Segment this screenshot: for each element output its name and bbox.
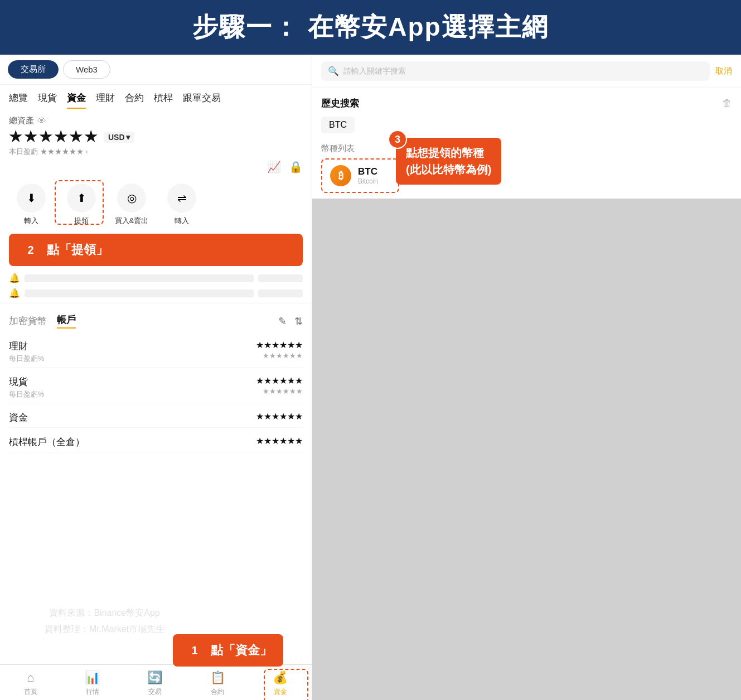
acc-sub-spot: 每日盈虧% [9, 389, 45, 399]
chevron-right-icon: › [85, 147, 88, 156]
currency-list-title: 幣種列表 [321, 143, 732, 154]
account-rows: 資料來源：Binance幣安App 資料整理：Mr.Market市場先生 理財 … [0, 332, 312, 664]
delete-history-icon[interactable]: 🗑 [722, 98, 732, 109]
chart-icon[interactable]: 📈 [267, 160, 281, 173]
convert-btn[interactable]: ⇌ 轉入 [159, 184, 204, 226]
bottom-nav: ⌂ 首頁 📊 行情 🔄 交易 📋 合約 💰 資金 [0, 664, 312, 700]
nav-futures[interactable]: 合約 [125, 91, 144, 109]
acc-name-finance: 理財 [9, 340, 45, 353]
transfer-in-icon: ⬇ [17, 184, 46, 213]
placeholder-area [312, 199, 741, 700]
acc-name-funds: 資金 [9, 411, 28, 424]
watermark: 資料來源：Binance幣安App 資料整理：Mr.Market市場先生 [45, 605, 164, 638]
assets-value: ★★★★★★ USD ▾ [9, 128, 303, 146]
acc-sub-finance: 每日盈虧% [9, 354, 45, 364]
acc-val-finance: ★★★★★★ [256, 340, 303, 350]
accounts-tabs: 加密貨幣 帳戶 ✎ ⇅ [0, 303, 312, 332]
acc-subval-finance: ★★★★★★ [256, 351, 303, 360]
nav-contracts-label: 合約 [211, 687, 224, 697]
transfer-in-btn[interactable]: ⬇ 轉入 [9, 184, 54, 226]
btc-name: Bitcoin [358, 177, 378, 185]
daily-pnl: 本日盈虧 ★★★★★★ › [9, 147, 303, 157]
nav-market[interactable]: 📊 行情 [85, 670, 100, 697]
nav-copy-trade[interactable]: 跟單交易 [183, 91, 221, 109]
withdraw-highlight [55, 180, 104, 225]
right-panel: 🔍 請輸入關鍵字搜索 取消 歷史搜索 🗑 BTC 幣種列表 ₿ BTC Bitc… [312, 55, 741, 700]
search-input-wrap[interactable]: 🔍 請輸入關鍵字搜索 [321, 61, 710, 81]
history-btc-tag[interactable]: BTC [321, 117, 355, 133]
tab-account[interactable]: 帳戶 [57, 313, 76, 329]
callout3-text: 點想提領的幣種 (此以比特幣為例) [406, 147, 491, 176]
account-row-perpetual: 槓桿帳戶（全倉） ★★★★★★ [9, 428, 303, 452]
acc-name-perpetual: 槓桿帳戶（全倉） [9, 436, 85, 448]
account-row-finance: 理財 每日盈虧% ★★★★★★ ★★★★★★ [9, 332, 303, 368]
notif-item-1: 🔔 [9, 273, 303, 283]
acc-val-spot: ★★★★★★ [256, 375, 303, 386]
currency-badge[interactable]: USD ▾ [104, 132, 134, 143]
settings-icon[interactable]: 🔒 [289, 160, 303, 173]
account-row-funds: 資金 ★★★★★★ [9, 403, 303, 428]
btc-symbol: BTC [358, 166, 378, 177]
nav-spot[interactable]: 現貨 [38, 91, 57, 109]
contracts-icon: 📋 [210, 670, 225, 685]
trade-icon: 🔄 [147, 670, 162, 685]
nav-home[interactable]: ⌂ 首頁 [24, 670, 37, 697]
convert-label: 轉入 [175, 216, 189, 226]
callout-step2: 2 點「提領」 [9, 234, 303, 266]
nav-contracts[interactable]: 📋 合約 [210, 670, 225, 697]
currency-section: 幣種列表 ₿ BTC Bitcoin 3 點想提領的幣種 (此以比特幣為例) [312, 138, 741, 199]
callout-step3: 3 點想提領的幣種 (此以比特幣為例) [396, 138, 501, 185]
assets-label: 總資產 👁 [9, 115, 303, 126]
edit-icon[interactable]: ✎ [278, 315, 287, 327]
left-panel: 交易所 Web3 總覽 現貨 資金 理財 合約 槓桿 跟單交易 總資產 👁 ★★… [0, 55, 312, 700]
fund-highlight [264, 669, 308, 700]
nav-funds[interactable]: 資金 [67, 91, 86, 109]
step2-badge: 2 [20, 239, 41, 260]
history-header: 歷史搜索 🗑 [321, 97, 732, 110]
history-section: 歷史搜索 🗑 BTC [312, 88, 741, 138]
nav-finance[interactable]: 理財 [96, 91, 115, 109]
search-placeholder: 請輸入關鍵字搜索 [343, 66, 406, 76]
acc-val-funds: ★★★★★★ [256, 411, 303, 422]
notifications-section: 🔔 🔔 [0, 273, 312, 298]
callout2-text: 點「提領」 [47, 242, 108, 258]
acc-val-perpetual: ★★★★★★ [256, 436, 303, 446]
nav-overview[interactable]: 總覽 [9, 91, 28, 109]
buy-sell-label: 買入&賣出 [115, 216, 149, 226]
page-banner: 步驟一： 在幣安App選擇主網 [0, 0, 741, 55]
tab-web3[interactable]: Web3 [63, 60, 110, 79]
tab-crypto[interactable]: 加密貨幣 [9, 315, 47, 327]
nav-margin[interactable]: 槓桿 [154, 91, 173, 109]
filter-icon[interactable]: ⇅ [294, 315, 303, 327]
nav-trade[interactable]: 🔄 交易 [147, 670, 162, 697]
history-title: 歷史搜索 [321, 97, 359, 110]
nav-home-label: 首頁 [24, 687, 37, 697]
account-row-spot: 現貨 每日盈虧% ★★★★★★ ★★★★★★ [9, 368, 303, 403]
banner-title: 步驟一： 在幣安App選擇主網 [192, 12, 548, 41]
callout-step1: 1 點「資金」 [173, 634, 283, 667]
btc-currency-item[interactable]: ₿ BTC Bitcoin [321, 158, 399, 193]
step3-badge: 3 [388, 130, 407, 149]
home-icon: ⌂ [27, 670, 34, 685]
acc-subval-spot: ★★★★★★ [256, 387, 303, 395]
bell-icon-1: 🔔 [9, 273, 20, 283]
nav-trade-label: 交易 [148, 687, 162, 697]
btc-icon: ₿ [330, 165, 351, 186]
bell-icon-2: 🔔 [9, 288, 20, 298]
buy-sell-btn[interactable]: ◎ 買入&賣出 [109, 184, 154, 226]
transfer-in-label: 轉入 [24, 216, 38, 226]
search-icon: 🔍 [328, 66, 339, 76]
btc-info: BTC Bitcoin [358, 166, 378, 185]
acc-icons: ✎ ⇅ [278, 315, 303, 327]
buy-sell-icon: ◎ [117, 184, 146, 213]
tab-bar: 交易所 Web3 [0, 55, 312, 85]
eye-icon[interactable]: 👁 [37, 116, 46, 126]
assets-section: 總資產 👁 ★★★★★★ USD ▾ 本日盈虧 ★★★★★★ › [0, 109, 312, 160]
step1-badge: 1 [184, 640, 205, 661]
notif-item-2: 🔔 [9, 288, 303, 298]
cancel-search-button[interactable]: 取消 [715, 66, 732, 76]
tab-exchange[interactable]: 交易所 [8, 60, 59, 79]
acc-name-spot: 現貨 [9, 375, 45, 388]
convert-icon: ⇌ [167, 184, 196, 213]
action-row: ⬇ 轉入 ⬆ 提領 ◎ 買入&賣出 ⇌ 轉入 [0, 176, 312, 234]
